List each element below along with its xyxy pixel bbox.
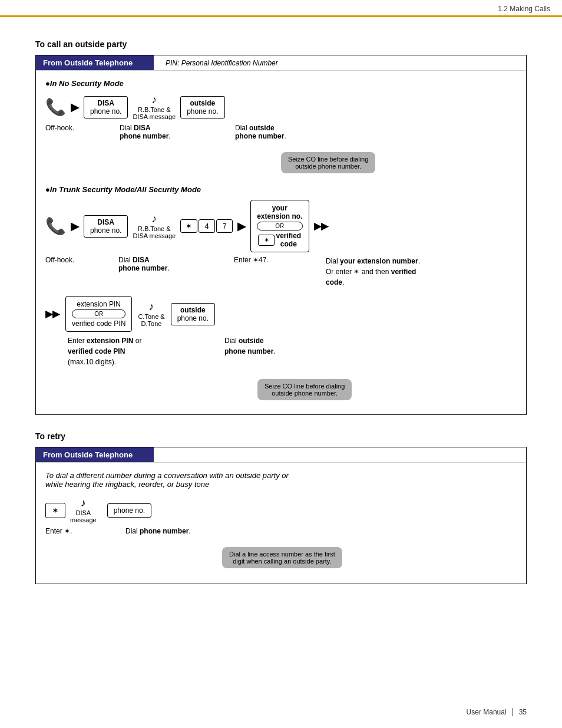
seize-co-note-1: Seize CO line before dialingoutside phon… [281,152,375,173]
star-key-2: ✶ [258,235,275,246]
arrow3: ▶ [237,220,246,233]
or-badge-1: OR [257,222,302,230]
double-arrow-1: ▶▶ [314,220,328,232]
line-access-note: Dial a line access number as the firstdi… [222,547,342,568]
diagram1-header: From Outside Telephone [36,55,154,70]
tone-label-2: ♪ R.B.Tone & DISA message [133,213,176,239]
page-content: To call an outside party From Outside Te… [0,17,562,610]
section2-diagram-box: From Outside Telephone To dial a differe… [35,447,527,584]
phone-icon-1: 📞 [45,99,66,116]
outside-phone-box-1: outsidephone no. [180,96,224,118]
verified-code-pin-box: verified code PIN [72,319,125,328]
enter-star47-label: Enter ✶47. [234,256,287,264]
diagram2-header: From Outside Telephone [36,447,154,462]
dial-disa-label-2: Dial DISAphone number. [118,256,177,272]
verified-code-box: verifiedcode [276,232,301,248]
key4: 4 [199,219,215,233]
or-badge-2: OR [72,309,125,318]
dial-phone-note: Dial phone number. [125,527,191,535]
mode1-title: ●In No Security Mode [45,79,517,88]
phone-icon-2: 📞 [45,218,66,235]
tone-label-section2: ♪ DISA message [70,497,97,523]
mode2-labels2-row: Enter extension PIN orverified code PIN(… [45,335,517,367]
star-key: ✶ [180,219,197,233]
double-arrow-2: ▶▶ [45,308,59,319]
diagram2-body: To dial a different number during a conv… [36,463,526,584]
section1-diagram-box: From Outside Telephone PIN: Personal Ide… [35,55,527,415]
diagram2-header-row: From Outside Telephone [36,447,526,463]
your-ext-box: yourextension no. [257,204,302,220]
star-key-section2: ✶ [45,503,65,518]
enter-star-label: Enter ✶. [45,527,87,535]
header-title: 1.2 Making Calls [498,5,550,13]
disa-phone-box-2: DISAphone no. [84,215,128,238]
outside-phone-box-2: outsidephone no. [171,303,215,325]
footer-text: User Manual [467,708,507,716]
dial-your-ext-note: Dial your extension number.Or enter ✶ an… [326,256,420,288]
offhook-label-2: Off-hook. [45,256,92,264]
phone-no-box: phone no. [107,503,151,518]
section2-flow-row: ✶ ♪ DISA message phone no. [45,497,517,523]
page-header: 1.2 Making Calls [0,0,562,17]
dial-outside-label: Dial outsidephone number. [235,124,306,140]
offhook-label: Off-hook. [45,124,92,132]
enter-ext-pin-label: Enter extension PIN orverified code PIN(… [68,335,186,367]
arrow1: ▶ [71,101,79,114]
key7: 7 [216,219,233,233]
seize-co-note-2: Seize CO line before dialingoutside phon… [257,379,352,400]
diagram1-header-note: PIN: Personal Identification Number [154,59,278,67]
tone-label-3: ♪ C.Tone & D.Tone [138,301,164,327]
section2-title: To retry [35,431,527,441]
page-footer: User Manual 35 [467,708,527,716]
mode2-labels-row: Off-hook. Dial DISAphone number. Enter ✶… [45,256,517,288]
ext-pin-box: extension PIN [77,300,121,308]
disa-phone-box-1: DISAphone no. [84,96,128,118]
dial-disa-label: Dial DISAphone number. [120,124,178,140]
section2-description: To dial a different number during a conv… [45,471,517,489]
diagram1-header-row: From Outside Telephone PIN: Personal Ide… [36,55,526,71]
tone-label-1: ♪ R.B.Tone & DISA message [133,94,176,120]
mode1-flow-row: 📞 ▶ DISAphone no. ♪ R.B.Tone & DISA mess… [45,94,517,120]
arrow2: ▶ [71,220,79,233]
section2-labels-row: Enter ✶. Dial phone number. [45,527,517,535]
dial-outside2-label: Dial outsidephone number. [224,335,276,357]
mode2-title: ●In Trunk Security Mode/All Security Mod… [45,185,517,194]
diagram1-body: ●In No Security Mode 📞 ▶ DISAphone no. ♪… [36,71,526,414]
footer-divider [513,708,513,716]
mode1-labels-row: Off-hook. Dial DISAphone number. Dial ou… [45,124,517,140]
footer-page: 35 [519,708,527,716]
section1-title: To call an outside party [35,39,527,49]
